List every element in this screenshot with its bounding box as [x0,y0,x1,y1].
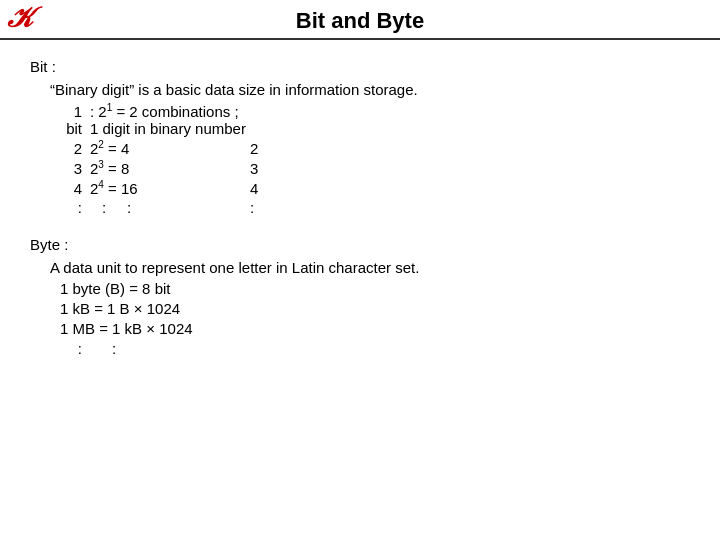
bit-row2-col2: 22 = 4 [90,139,250,157]
bit-row3-col3: 3 [250,160,310,177]
bit-row4-col1: 4 [60,180,90,197]
table-row: : : : : [60,199,690,216]
bit-description: “Binary digit” is a basic data size in i… [50,81,690,98]
table-row: 2 22 = 4 2 [60,139,690,157]
bit-section-title: Bit : [30,58,690,75]
byte-colon-c2: : [90,340,170,357]
bit-colon-col2: : : [90,199,250,216]
bit-colon-col1: : [60,199,90,216]
bit-row1-col2: : 21 = 2 combinations ; 1 digit in binar… [90,102,250,137]
byte-list: 1 byte (B) = 8 bit 1 kB = 1 B × 1024 1 M… [60,280,690,357]
table-row: 1 bit : 21 = 2 combinations ; 1 digit in… [60,102,690,137]
bit-colon-col3: : [250,199,310,216]
table-row: 4 24 = 16 4 [60,179,690,197]
header-area: 𝒦 Bit and Byte [0,0,720,40]
byte-item-3: 1 MB = 1 kB × 1024 [60,320,690,337]
bit-row1-col1: 1 bit [60,103,90,137]
bit-row4-col3: 4 [250,180,310,197]
logo-icon: 𝒦 [8,2,31,33]
bit-table: 1 bit : 21 = 2 combinations ; 1 digit in… [60,102,690,216]
byte-colon-row: : : [60,340,690,357]
bit-row2-col3: 2 [250,140,310,157]
byte-item-1: 1 byte (B) = 8 bit [60,280,690,297]
byte-colon-c1: : [60,340,90,357]
table-row: 3 23 = 8 3 [60,159,690,177]
byte-description: A data unit to represent one letter in L… [50,259,690,276]
page-title: Bit and Byte [296,8,424,33]
bit-row3-col1: 3 [60,160,90,177]
bit-row2-col1: 2 [60,140,90,157]
byte-item-2: 1 kB = 1 B × 1024 [60,300,690,317]
bit-row3-col2: 23 = 8 [90,159,250,177]
bit-row4-col2: 24 = 16 [90,179,250,197]
bit-section: Bit : “Binary digit” is a basic data siz… [30,58,690,216]
content-area: Bit : “Binary digit” is a basic data siz… [0,40,720,387]
byte-section-title: Byte : [30,236,690,253]
logo-area: 𝒦 [8,4,31,32]
byte-section: Byte : A data unit to represent one lett… [30,236,690,357]
page-container: 𝒦 Bit and Byte Bit : “Binary digit” is a… [0,0,720,540]
